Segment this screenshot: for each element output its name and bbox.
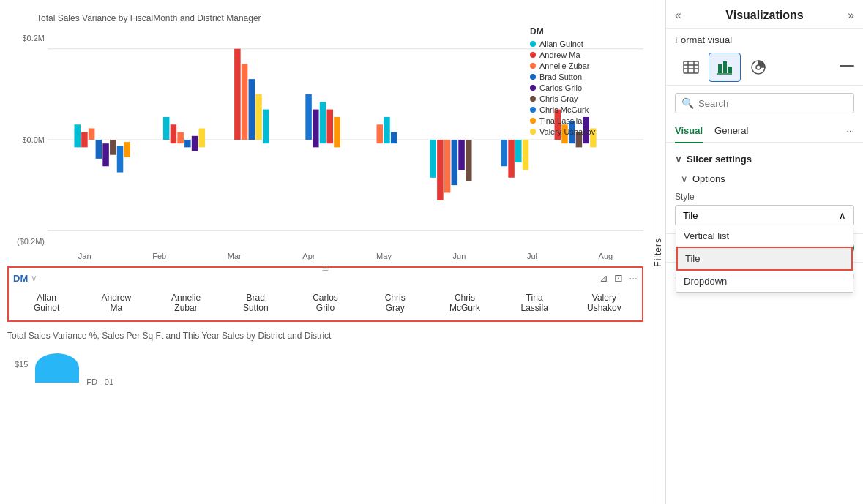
slicer-dropdown-arrow[interactable]: ∨ <box>31 273 37 283</box>
bottom-bar-label: FD - 01 <box>86 377 113 386</box>
slicer-item-2[interactable]: AnnelieZubar <box>160 290 212 316</box>
y-axis: $0.2M $0.0M ($0.2M) <box>7 34 48 246</box>
slicer-settings-header[interactable]: ∨ Slicer settings <box>666 149 863 169</box>
y-label-top: $0.2M <box>22 34 45 42</box>
analytics-icon-btn[interactable] <box>742 53 774 82</box>
svg-rect-28 <box>384 117 390 143</box>
legend-item-3: Brad Sutton <box>530 72 643 81</box>
svg-rect-9 <box>117 146 124 172</box>
bottom-chart-title: Total Sales Variance %, Sales Per Sq Ft … <box>7 331 643 341</box>
svg-rect-37 <box>508 140 515 178</box>
svg-rect-52 <box>723 61 727 73</box>
x-label-mar: Mar <box>228 252 242 260</box>
legend-label-1: Andrew Ma <box>539 50 580 59</box>
tab-visual[interactable]: Visual <box>675 119 703 143</box>
chart-legend: DM Allan Guinot Andrew Ma Annelie Zubar … <box>530 26 643 138</box>
svg-rect-10 <box>124 142 130 157</box>
slicer-item-4[interactable]: CarlosGrilo <box>299 290 351 316</box>
slicer-item-1[interactable]: AndrewMa <box>91 290 142 316</box>
bottom-bar-1 <box>35 353 79 383</box>
x-label-feb: Feb <box>152 252 166 260</box>
svg-rect-13 <box>177 132 184 144</box>
expand-right-icon[interactable]: » <box>848 9 854 22</box>
bar-chart-icon-btn[interactable] <box>709 53 741 82</box>
slicer-item-6[interactable]: ChrisMcGurk <box>439 290 490 316</box>
style-dropdown[interactable]: Tile ∧ Vertical list Tile Dropdown <box>675 205 854 226</box>
table-icon-btn[interactable] <box>675 53 707 82</box>
collapse-left-icon[interactable]: « <box>675 9 681 22</box>
selected-style-text: Tile <box>683 210 698 221</box>
svg-rect-16 <box>199 128 206 147</box>
svg-rect-14 <box>184 140 191 147</box>
tabs-row: Visual General ··· <box>666 119 863 143</box>
svg-rect-35 <box>466 140 472 181</box>
svg-rect-34 <box>458 140 465 170</box>
svg-rect-3 <box>74 124 81 147</box>
slicer-item-8[interactable]: ValeryUshakov <box>578 290 629 316</box>
style-dropdown-selected[interactable]: Tile ∧ <box>676 206 853 225</box>
main-content: Total Sales Variance by FiscalMonth and … <box>0 0 651 504</box>
legend-item-8: Valery Ushakov <box>530 127 643 136</box>
options-label: Options <box>692 173 725 184</box>
svg-rect-27 <box>377 124 384 143</box>
more-options-icon[interactable]: ··· <box>629 272 638 284</box>
x-label-aug: Aug <box>599 252 613 260</box>
legend-item-0: Allan Guinot <box>530 40 643 48</box>
slicer-item-3[interactable]: BradSutton <box>230 290 281 316</box>
filter-icon[interactable]: ⊿ <box>599 272 608 284</box>
style-label: Style <box>675 192 854 202</box>
dropdown-chevron-up: ∧ <box>839 210 846 221</box>
filters-sidebar[interactable]: Filters <box>651 0 665 504</box>
y-label-mid: $0.0M <box>22 135 45 144</box>
svg-rect-17 <box>234 49 241 140</box>
svg-rect-5 <box>89 128 95 140</box>
slicer-item-7[interactable]: TinaLassila <box>509 290 560 316</box>
chart-title: Total Sales Variance by FiscalMonth and … <box>37 13 643 23</box>
legend-item-6: Chris McGurk <box>530 105 643 114</box>
slicer-item-5[interactable]: ChrisGray <box>370 290 421 316</box>
legend-item-2: Annelie Zubar <box>530 61 643 70</box>
svg-rect-53 <box>728 67 732 73</box>
visualizations-panel: « Visualizations » Format visual <box>665 0 863 504</box>
svg-rect-25 <box>326 110 333 144</box>
options-section: Style Tile ∧ Vertical list Tile Dropdown <box>666 189 863 233</box>
options-header[interactable]: ∨ Options <box>666 169 863 189</box>
svg-rect-22 <box>305 94 312 140</box>
svg-rect-29 <box>391 132 397 144</box>
tab-more-icon[interactable]: ··· <box>846 125 854 136</box>
svg-rect-36 <box>501 140 508 166</box>
x-label-apr: Apr <box>302 252 315 260</box>
search-bar[interactable]: 🔍 <box>675 93 854 113</box>
svg-rect-6 <box>96 140 102 159</box>
slicer-item-0[interactable]: AllanGuinot <box>21 290 72 316</box>
legend-label-0: Allan Guinot <box>539 40 583 48</box>
x-label-jul: Jul <box>527 252 537 260</box>
expand-icon[interactable]: ⊡ <box>614 272 623 284</box>
option-vertical-list[interactable]: Vertical list <box>676 225 853 247</box>
slicer-icons: ⊿ ⊡ ··· <box>599 272 638 284</box>
svg-rect-4 <box>81 132 88 148</box>
svg-rect-39 <box>523 140 529 170</box>
legend-label-6: Chris McGurk <box>539 105 589 114</box>
slicer-title-row: DM ∨ <box>13 273 37 284</box>
search-input[interactable] <box>698 98 848 109</box>
svg-rect-20 <box>255 94 262 140</box>
chart-container: $0.2M $0.0M ($0.2M) <box>7 26 643 260</box>
svg-rect-32 <box>444 140 451 193</box>
svg-rect-19 <box>249 79 255 140</box>
panel-header: « Visualizations » <box>666 0 863 29</box>
dropdown-list: Vertical list Tile Dropdown <box>676 225 853 293</box>
svg-rect-51 <box>718 64 722 73</box>
bottom-y-label: $15 <box>15 360 28 369</box>
svg-rect-26 <box>334 117 340 147</box>
option-tile[interactable]: Tile <box>676 247 853 271</box>
bottom-chart: $15 FD - 01 <box>7 342 643 386</box>
tab-general[interactable]: General <box>714 119 748 143</box>
viz-icons-row <box>666 50 863 86</box>
legend-label-3: Brad Sutton <box>539 72 582 81</box>
options-chevron: ∨ <box>681 173 688 184</box>
x-label-jan: Jan <box>78 252 91 260</box>
drag-handle[interactable]: ≡ <box>322 262 329 275</box>
slicer-settings-label: Slicer settings <box>687 154 752 165</box>
option-dropdown[interactable]: Dropdown <box>676 271 853 292</box>
